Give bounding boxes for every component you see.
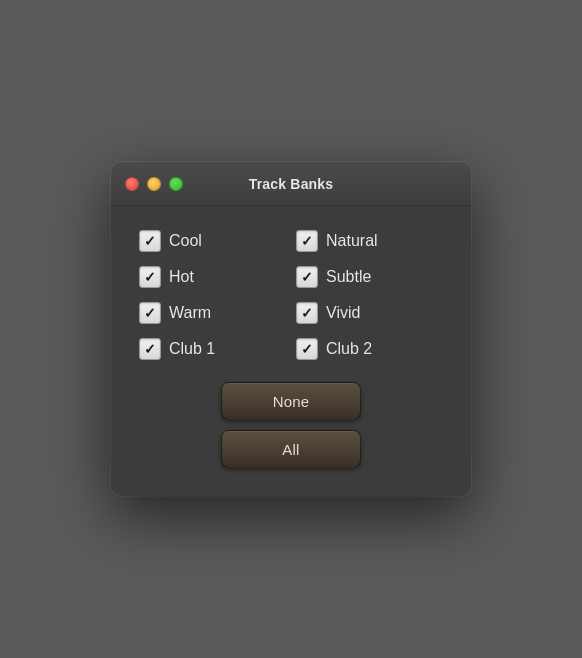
checkbox-vivid-box[interactable]: ✓ xyxy=(296,302,318,324)
checkbox-hot[interactable]: ✓ Hot xyxy=(139,266,286,288)
maximize-button[interactable] xyxy=(169,177,183,191)
close-button[interactable] xyxy=(125,177,139,191)
none-button[interactable]: None xyxy=(221,382,361,420)
checkbox-hot-label: Hot xyxy=(169,268,194,286)
checkmark-natural: ✓ xyxy=(301,234,313,248)
checkmark-club2: ✓ xyxy=(301,342,313,356)
checkbox-warm-box[interactable]: ✓ xyxy=(139,302,161,324)
content-area: ✓ Cool ✓ Natural ✓ Hot ✓ Subtl xyxy=(111,206,471,496)
titlebar: Track Banks xyxy=(111,162,471,206)
window-title: Track Banks xyxy=(249,176,334,192)
checkbox-club1[interactable]: ✓ Club 1 xyxy=(139,338,286,360)
checkbox-warm-label: Warm xyxy=(169,304,211,322)
traffic-lights xyxy=(125,177,183,191)
checkbox-subtle-box[interactable]: ✓ xyxy=(296,266,318,288)
checkbox-club1-box[interactable]: ✓ xyxy=(139,338,161,360)
checkbox-subtle[interactable]: ✓ Subtle xyxy=(296,266,443,288)
checkbox-club2-label: Club 2 xyxy=(326,340,372,358)
checkbox-natural[interactable]: ✓ Natural xyxy=(296,230,443,252)
track-banks-window: Track Banks ✓ Cool ✓ Natural ✓ Hot xyxy=(111,162,471,496)
checkbox-vivid[interactable]: ✓ Vivid xyxy=(296,302,443,324)
checkmark-subtle: ✓ xyxy=(301,270,313,284)
checkmark-vivid: ✓ xyxy=(301,306,313,320)
checkbox-cool-label: Cool xyxy=(169,232,202,250)
checkbox-club1-label: Club 1 xyxy=(169,340,215,358)
action-buttons: None All xyxy=(139,382,443,468)
checkbox-natural-box[interactable]: ✓ xyxy=(296,230,318,252)
checkbox-cool-box[interactable]: ✓ xyxy=(139,230,161,252)
checkbox-natural-label: Natural xyxy=(326,232,378,250)
checkmark-cool: ✓ xyxy=(144,234,156,248)
checkbox-club2[interactable]: ✓ Club 2 xyxy=(296,338,443,360)
checkbox-vivid-label: Vivid xyxy=(326,304,360,322)
checkmark-warm: ✓ xyxy=(144,306,156,320)
checkbox-grid: ✓ Cool ✓ Natural ✓ Hot ✓ Subtl xyxy=(139,230,443,360)
checkmark-hot: ✓ xyxy=(144,270,156,284)
minimize-button[interactable] xyxy=(147,177,161,191)
checkbox-club2-box[interactable]: ✓ xyxy=(296,338,318,360)
checkbox-hot-box[interactable]: ✓ xyxy=(139,266,161,288)
checkbox-warm[interactable]: ✓ Warm xyxy=(139,302,286,324)
checkbox-cool[interactable]: ✓ Cool xyxy=(139,230,286,252)
checkmark-club1: ✓ xyxy=(144,342,156,356)
checkbox-subtle-label: Subtle xyxy=(326,268,371,286)
all-button[interactable]: All xyxy=(221,430,361,468)
